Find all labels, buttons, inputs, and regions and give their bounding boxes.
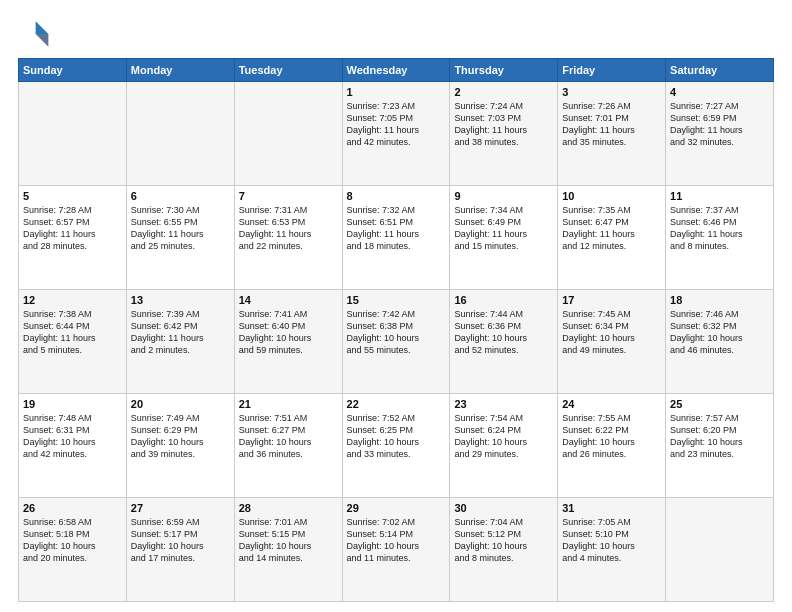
day-number: 9 xyxy=(454,190,553,202)
calendar-cell: 7Sunrise: 7:31 AM Sunset: 6:53 PM Daylig… xyxy=(234,186,342,290)
day-number: 2 xyxy=(454,86,553,98)
calendar-cell: 19Sunrise: 7:48 AM Sunset: 6:31 PM Dayli… xyxy=(19,394,127,498)
day-number: 26 xyxy=(23,502,122,514)
day-content: Sunrise: 7:28 AM Sunset: 6:57 PM Dayligh… xyxy=(23,204,122,253)
day-content: Sunrise: 7:01 AM Sunset: 5:15 PM Dayligh… xyxy=(239,516,338,565)
day-number: 17 xyxy=(562,294,661,306)
day-content: Sunrise: 7:05 AM Sunset: 5:10 PM Dayligh… xyxy=(562,516,661,565)
calendar-cell: 29Sunrise: 7:02 AM Sunset: 5:14 PM Dayli… xyxy=(342,498,450,602)
day-content: Sunrise: 7:24 AM Sunset: 7:03 PM Dayligh… xyxy=(454,100,553,149)
day-number: 29 xyxy=(347,502,446,514)
calendar-cell: 8Sunrise: 7:32 AM Sunset: 6:51 PM Daylig… xyxy=(342,186,450,290)
calendar-cell: 26Sunrise: 6:58 AM Sunset: 5:18 PM Dayli… xyxy=(19,498,127,602)
calendar-cell xyxy=(666,498,774,602)
day-content: Sunrise: 7:31 AM Sunset: 6:53 PM Dayligh… xyxy=(239,204,338,253)
calendar-cell xyxy=(234,82,342,186)
calendar-cell xyxy=(126,82,234,186)
day-number: 18 xyxy=(670,294,769,306)
logo xyxy=(18,18,54,50)
logo-icon xyxy=(18,18,50,50)
calendar-cell: 20Sunrise: 7:49 AM Sunset: 6:29 PM Dayli… xyxy=(126,394,234,498)
calendar-cell: 24Sunrise: 7:55 AM Sunset: 6:22 PM Dayli… xyxy=(558,394,666,498)
day-content: Sunrise: 7:37 AM Sunset: 6:46 PM Dayligh… xyxy=(670,204,769,253)
svg-marker-1 xyxy=(36,34,49,47)
day-number: 16 xyxy=(454,294,553,306)
weekday-header: Saturday xyxy=(666,59,774,82)
day-number: 13 xyxy=(131,294,230,306)
header xyxy=(18,18,774,50)
day-number: 8 xyxy=(347,190,446,202)
day-content: Sunrise: 7:32 AM Sunset: 6:51 PM Dayligh… xyxy=(347,204,446,253)
day-number: 4 xyxy=(670,86,769,98)
day-content: Sunrise: 7:02 AM Sunset: 5:14 PM Dayligh… xyxy=(347,516,446,565)
weekday-header: Monday xyxy=(126,59,234,82)
day-number: 7 xyxy=(239,190,338,202)
weekday-header: Tuesday xyxy=(234,59,342,82)
day-content: Sunrise: 7:30 AM Sunset: 6:55 PM Dayligh… xyxy=(131,204,230,253)
day-number: 11 xyxy=(670,190,769,202)
calendar-cell: 6Sunrise: 7:30 AM Sunset: 6:55 PM Daylig… xyxy=(126,186,234,290)
header-row: SundayMondayTuesdayWednesdayThursdayFrid… xyxy=(19,59,774,82)
calendar-cell: 13Sunrise: 7:39 AM Sunset: 6:42 PM Dayli… xyxy=(126,290,234,394)
svg-rect-2 xyxy=(21,21,35,34)
calendar-week-row: 5Sunrise: 7:28 AM Sunset: 6:57 PM Daylig… xyxy=(19,186,774,290)
day-number: 23 xyxy=(454,398,553,410)
calendar-cell: 21Sunrise: 7:51 AM Sunset: 6:27 PM Dayli… xyxy=(234,394,342,498)
calendar-cell: 1Sunrise: 7:23 AM Sunset: 7:05 PM Daylig… xyxy=(342,82,450,186)
calendar-cell: 27Sunrise: 6:59 AM Sunset: 5:17 PM Dayli… xyxy=(126,498,234,602)
calendar-table: SundayMondayTuesdayWednesdayThursdayFrid… xyxy=(18,58,774,602)
calendar-cell: 16Sunrise: 7:44 AM Sunset: 6:36 PM Dayli… xyxy=(450,290,558,394)
calendar-cell: 9Sunrise: 7:34 AM Sunset: 6:49 PM Daylig… xyxy=(450,186,558,290)
day-content: Sunrise: 7:04 AM Sunset: 5:12 PM Dayligh… xyxy=(454,516,553,565)
day-number: 25 xyxy=(670,398,769,410)
day-content: Sunrise: 6:59 AM Sunset: 5:17 PM Dayligh… xyxy=(131,516,230,565)
calendar-cell: 15Sunrise: 7:42 AM Sunset: 6:38 PM Dayli… xyxy=(342,290,450,394)
day-content: Sunrise: 7:55 AM Sunset: 6:22 PM Dayligh… xyxy=(562,412,661,461)
day-content: Sunrise: 7:57 AM Sunset: 6:20 PM Dayligh… xyxy=(670,412,769,461)
day-content: Sunrise: 7:49 AM Sunset: 6:29 PM Dayligh… xyxy=(131,412,230,461)
weekday-header: Thursday xyxy=(450,59,558,82)
day-content: Sunrise: 7:54 AM Sunset: 6:24 PM Dayligh… xyxy=(454,412,553,461)
weekday-header: Friday xyxy=(558,59,666,82)
day-content: Sunrise: 7:27 AM Sunset: 6:59 PM Dayligh… xyxy=(670,100,769,149)
day-content: Sunrise: 7:44 AM Sunset: 6:36 PM Dayligh… xyxy=(454,308,553,357)
calendar-cell: 12Sunrise: 7:38 AM Sunset: 6:44 PM Dayli… xyxy=(19,290,127,394)
day-number: 24 xyxy=(562,398,661,410)
day-content: Sunrise: 7:52 AM Sunset: 6:25 PM Dayligh… xyxy=(347,412,446,461)
day-number: 20 xyxy=(131,398,230,410)
calendar-cell: 25Sunrise: 7:57 AM Sunset: 6:20 PM Dayli… xyxy=(666,394,774,498)
day-number: 12 xyxy=(23,294,122,306)
calendar-week-row: 19Sunrise: 7:48 AM Sunset: 6:31 PM Dayli… xyxy=(19,394,774,498)
day-content: Sunrise: 7:38 AM Sunset: 6:44 PM Dayligh… xyxy=(23,308,122,357)
day-content: Sunrise: 7:39 AM Sunset: 6:42 PM Dayligh… xyxy=(131,308,230,357)
calendar-week-row: 12Sunrise: 7:38 AM Sunset: 6:44 PM Dayli… xyxy=(19,290,774,394)
day-content: Sunrise: 7:26 AM Sunset: 7:01 PM Dayligh… xyxy=(562,100,661,149)
calendar-cell: 30Sunrise: 7:04 AM Sunset: 5:12 PM Dayli… xyxy=(450,498,558,602)
day-content: Sunrise: 7:42 AM Sunset: 6:38 PM Dayligh… xyxy=(347,308,446,357)
day-content: Sunrise: 7:23 AM Sunset: 7:05 PM Dayligh… xyxy=(347,100,446,149)
calendar-cell: 11Sunrise: 7:37 AM Sunset: 6:46 PM Dayli… xyxy=(666,186,774,290)
weekday-header: Sunday xyxy=(19,59,127,82)
calendar-cell: 2Sunrise: 7:24 AM Sunset: 7:03 PM Daylig… xyxy=(450,82,558,186)
day-number: 3 xyxy=(562,86,661,98)
day-number: 19 xyxy=(23,398,122,410)
svg-marker-0 xyxy=(36,21,49,34)
day-number: 6 xyxy=(131,190,230,202)
calendar-week-row: 1Sunrise: 7:23 AM Sunset: 7:05 PM Daylig… xyxy=(19,82,774,186)
day-content: Sunrise: 7:34 AM Sunset: 6:49 PM Dayligh… xyxy=(454,204,553,253)
day-number: 30 xyxy=(454,502,553,514)
day-number: 27 xyxy=(131,502,230,514)
day-number: 22 xyxy=(347,398,446,410)
day-number: 14 xyxy=(239,294,338,306)
day-content: Sunrise: 7:51 AM Sunset: 6:27 PM Dayligh… xyxy=(239,412,338,461)
calendar-cell: 4Sunrise: 7:27 AM Sunset: 6:59 PM Daylig… xyxy=(666,82,774,186)
calendar-cell: 10Sunrise: 7:35 AM Sunset: 6:47 PM Dayli… xyxy=(558,186,666,290)
calendar-cell: 18Sunrise: 7:46 AM Sunset: 6:32 PM Dayli… xyxy=(666,290,774,394)
day-number: 10 xyxy=(562,190,661,202)
day-content: Sunrise: 7:48 AM Sunset: 6:31 PM Dayligh… xyxy=(23,412,122,461)
day-number: 5 xyxy=(23,190,122,202)
page: SundayMondayTuesdayWednesdayThursdayFrid… xyxy=(0,0,792,612)
day-content: Sunrise: 7:35 AM Sunset: 6:47 PM Dayligh… xyxy=(562,204,661,253)
weekday-header: Wednesday xyxy=(342,59,450,82)
day-number: 15 xyxy=(347,294,446,306)
